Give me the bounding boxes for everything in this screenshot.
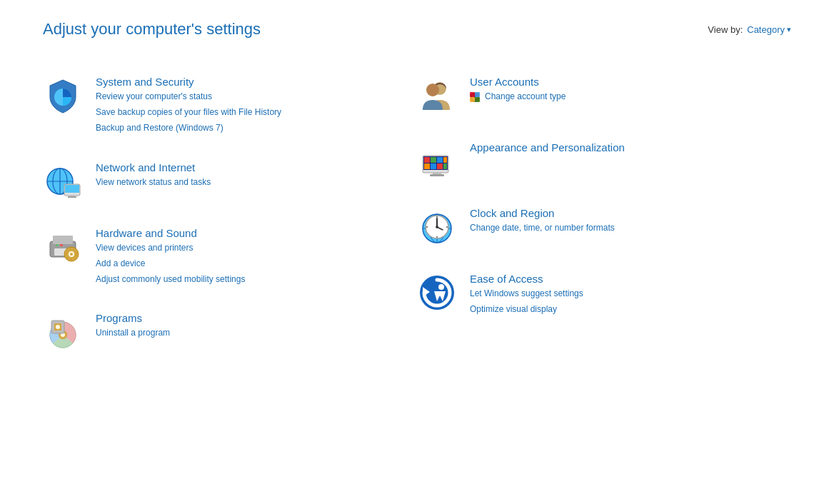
appearance-content: Appearance and Personalization (470, 141, 625, 153)
programs-title[interactable]: Programs (96, 312, 170, 324)
svg-rect-43 (443, 157, 447, 163)
svg-point-31 (56, 325, 60, 329)
svg-rect-36 (470, 92, 475, 97)
hardware-sound-content: Hardware and Sound View devices and prin… (96, 227, 245, 287)
appearance-title[interactable]: Appearance and Personalization (470, 141, 625, 153)
svg-rect-45 (431, 163, 436, 169)
category-system-security[interactable]: System and Security Review your computer… (43, 63, 417, 148)
network-internet-link-1[interactable]: View network status and tasks (96, 176, 211, 189)
svg-point-19 (70, 253, 73, 256)
system-security-title[interactable]: System and Security (96, 76, 281, 88)
hardware-sound-link-2[interactable]: Add a device (96, 257, 245, 271)
svg-point-65 (438, 284, 444, 290)
shield-small-icon (470, 92, 480, 102)
programs-link-1[interactable]: Uninstall a program (96, 326, 170, 340)
clock-region-title[interactable]: Clock and Region (470, 207, 615, 219)
ease-of-access-link-1[interactable]: Let Windows suggest settings (470, 287, 583, 301)
svg-rect-41 (431, 157, 436, 163)
view-by-dropdown[interactable]: Category (747, 24, 791, 35)
svg-rect-44 (424, 163, 430, 169)
ease-of-access-link-2[interactable]: Optimize visual display (470, 303, 583, 316)
network-internet-title[interactable]: Network and Internet (96, 161, 211, 173)
svg-rect-42 (437, 157, 443, 163)
svg-rect-13 (53, 236, 73, 244)
appearance-icon (417, 141, 457, 181)
svg-rect-34 (470, 97, 475, 102)
hardware-sound-link-3[interactable]: Adjust commonly used mobility settings (96, 273, 245, 286)
hardware-sound-link-1[interactable]: View devices and printers (96, 241, 245, 255)
category-ease-of-access[interactable]: Ease of Access Let Windows suggest setti… (417, 260, 791, 329)
svg-rect-9 (68, 196, 76, 198)
system-security-link-2[interactable]: Save backup copies of your files with Fi… (96, 106, 281, 119)
category-hardware-sound[interactable]: Hardware and Sound View devices and prin… (43, 214, 417, 300)
programs-icon (43, 312, 83, 352)
svg-rect-15 (60, 244, 63, 246)
category-clock-region[interactable]: Clock and Region Change date, time, or n… (417, 194, 791, 260)
view-by-container: View by: Category (708, 24, 791, 35)
ease-of-access-content: Ease of Access Let Windows suggest setti… (470, 273, 583, 316)
svg-rect-47 (443, 163, 447, 169)
svg-rect-49 (430, 174, 444, 176)
clock-region-link-1[interactable]: Change date, time, or number formats (470, 221, 615, 235)
category-appearance[interactable]: Appearance and Personalization (417, 128, 791, 194)
page-header: Adjust your computer's settings View by:… (0, 0, 834, 56)
programs-content: Programs Uninstall a program (96, 312, 170, 340)
system-security-content: System and Security Review your computer… (96, 76, 281, 136)
view-by-label: View by: (708, 24, 743, 35)
user-accounts-title[interactable]: User Accounts (470, 76, 566, 88)
category-programs[interactable]: Programs Uninstall a program (43, 299, 417, 365)
svg-point-33 (426, 84, 439, 96)
clock-region-content: Clock and Region Change date, time, or n… (470, 207, 615, 235)
user-accounts-icon (417, 76, 457, 116)
svg-rect-46 (437, 163, 443, 169)
user-accounts-content: User Accounts Change account type (470, 76, 566, 104)
page-title: Adjust your computer's settings (43, 20, 261, 39)
svg-rect-35 (475, 92, 480, 97)
clock-region-icon (417, 207, 457, 247)
svg-rect-37 (475, 97, 480, 102)
left-column: System and Security Review your computer… (43, 63, 417, 365)
system-security-icon (43, 76, 83, 116)
ease-of-access-title[interactable]: Ease of Access (470, 273, 583, 285)
category-network-internet[interactable]: Network and Internet View network status… (43, 148, 417, 214)
svg-rect-14 (56, 244, 59, 246)
category-user-accounts[interactable]: User Accounts Change account type (417, 63, 791, 128)
network-internet-content: Network and Internet View network status… (96, 161, 211, 189)
svg-rect-7 (65, 185, 79, 193)
system-security-link-3[interactable]: Backup and Restore (Windows 7) (96, 121, 281, 135)
right-column: User Accounts Change account type (417, 63, 791, 365)
main-content: System and Security Review your computer… (0, 56, 834, 372)
network-internet-icon (43, 161, 83, 201)
svg-rect-40 (424, 157, 430, 163)
hardware-sound-title[interactable]: Hardware and Sound (96, 227, 245, 239)
system-security-link-1[interactable]: Review your computer's status (96, 90, 281, 104)
hardware-sound-icon (43, 227, 83, 267)
ease-of-access-icon (417, 273, 457, 313)
user-accounts-link-1[interactable]: Change account type (470, 90, 566, 104)
